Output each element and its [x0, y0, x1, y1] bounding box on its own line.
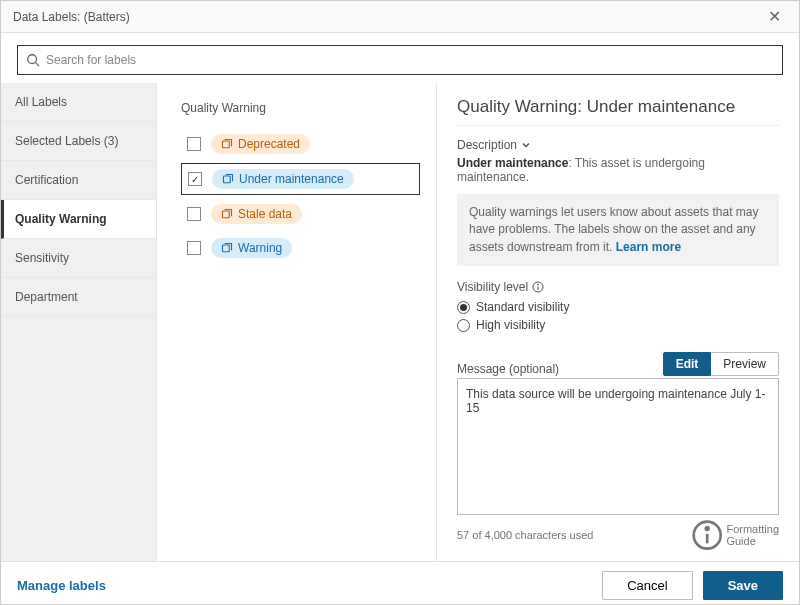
- chevron-down-icon: [521, 140, 531, 150]
- formatting-guide-link[interactable]: Formatting Guide: [691, 519, 779, 551]
- search-bar[interactable]: [17, 45, 783, 75]
- svg-point-0: [28, 55, 37, 64]
- sidebar-item-sensitivity[interactable]: Sensitivity: [1, 239, 156, 278]
- search-icon: [26, 53, 40, 67]
- label-row-under-maintenance[interactable]: Under maintenance: [181, 163, 420, 195]
- svg-rect-5: [223, 245, 230, 252]
- svg-line-1: [36, 63, 40, 67]
- warning-icon: [221, 208, 233, 220]
- category-sidebar: All Labels Selected Labels (3) Certifica…: [1, 83, 157, 561]
- cancel-button[interactable]: Cancel: [602, 571, 692, 600]
- message-footer: 57 of 4,000 characters used Formatting G…: [457, 519, 779, 551]
- label-pill-deprecated: Deprecated: [211, 134, 310, 154]
- label-pill-warning: Warning: [211, 238, 292, 258]
- svg-rect-2: [223, 141, 230, 148]
- warning-icon: [221, 138, 233, 150]
- sidebar-item-department[interactable]: Department: [1, 278, 156, 317]
- footer-buttons: Cancel Save: [602, 571, 783, 600]
- checkbox-warning[interactable]: [187, 241, 201, 255]
- dialog-footer: Manage labels Cancel Save: [1, 561, 799, 605]
- tab-edit[interactable]: Edit: [663, 352, 712, 376]
- char-count: 57 of 4,000 characters used: [457, 529, 593, 541]
- svg-rect-3: [224, 176, 231, 183]
- sidebar-item-certification[interactable]: Certification: [1, 161, 156, 200]
- close-icon[interactable]: ✕: [762, 5, 787, 28]
- detail-panel: Quality Warning: Under maintenance Descr…: [437, 83, 799, 561]
- tab-preview[interactable]: Preview: [711, 352, 779, 376]
- search-bar-container: [1, 33, 799, 83]
- dialog-title: Data Labels: (Batters): [13, 10, 130, 24]
- label-pill-under-maintenance: Under maintenance: [212, 169, 354, 189]
- visibility-level-label: Visibility level: [457, 280, 779, 294]
- svg-point-8: [538, 284, 539, 285]
- checkbox-under-maintenance[interactable]: [188, 172, 202, 186]
- description-toggle[interactable]: Description: [457, 138, 779, 152]
- svg-rect-4: [223, 211, 230, 218]
- svg-point-11: [706, 527, 709, 530]
- label-row-warning[interactable]: Warning: [181, 233, 420, 263]
- warning-icon: [221, 242, 233, 254]
- manage-labels-link[interactable]: Manage labels: [17, 578, 106, 593]
- checkbox-stale-data[interactable]: [187, 207, 201, 221]
- radio-standard-visibility[interactable]: Standard visibility: [457, 300, 779, 314]
- info-icon: [691, 519, 723, 551]
- message-header: Message (optional) Edit Preview: [457, 352, 779, 376]
- label-row-deprecated[interactable]: Deprecated: [181, 129, 420, 159]
- description-text: Under maintenance: This asset is undergo…: [457, 156, 779, 184]
- sidebar-item-quality-warning[interactable]: Quality Warning: [1, 200, 156, 239]
- info-box: Quality warnings let users know about as…: [457, 194, 779, 266]
- sidebar-item-selected-labels[interactable]: Selected Labels (3): [1, 122, 156, 161]
- message-tabs: Edit Preview: [663, 352, 779, 376]
- sidebar-item-all-labels[interactable]: All Labels: [1, 83, 156, 122]
- label-pill-stale-data: Stale data: [211, 204, 302, 224]
- radio-high-visibility[interactable]: High visibility: [457, 318, 779, 332]
- maintenance-icon: [222, 173, 234, 185]
- learn-more-link[interactable]: Learn more: [616, 240, 681, 254]
- main-panel: All Labels Selected Labels (3) Certifica…: [1, 83, 799, 561]
- label-list-panel: Quality Warning Deprecated Under mainten…: [157, 83, 437, 561]
- detail-title: Quality Warning: Under maintenance: [457, 97, 779, 126]
- radio-input-high[interactable]: [457, 319, 470, 332]
- info-icon[interactable]: [532, 281, 544, 293]
- message-label: Message (optional): [457, 362, 559, 376]
- message-textarea[interactable]: [457, 378, 779, 514]
- checkbox-deprecated[interactable]: [187, 137, 201, 151]
- save-button[interactable]: Save: [703, 571, 783, 600]
- radio-input-standard[interactable]: [457, 301, 470, 314]
- label-list-heading: Quality Warning: [181, 101, 420, 115]
- title-bar: Data Labels: (Batters) ✕: [1, 1, 799, 33]
- search-input[interactable]: [46, 53, 774, 67]
- label-row-stale-data[interactable]: Stale data: [181, 199, 420, 229]
